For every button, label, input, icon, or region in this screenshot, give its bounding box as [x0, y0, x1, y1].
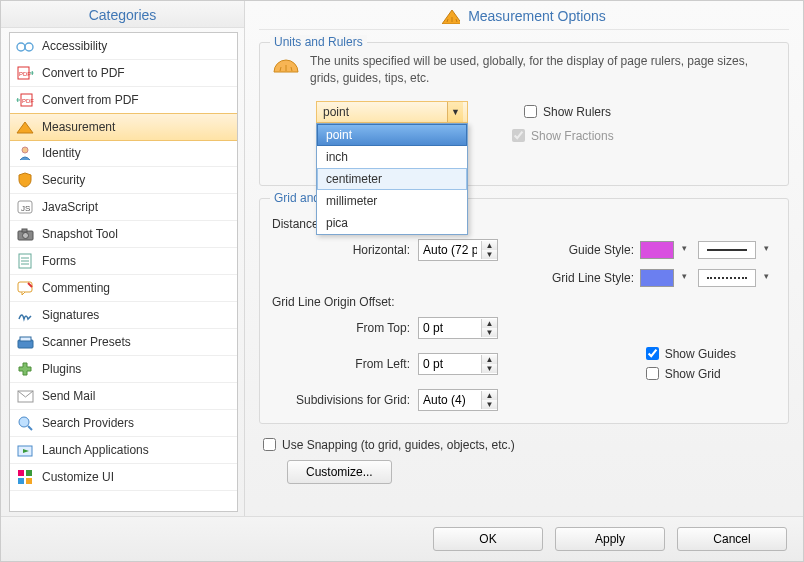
units-select[interactable]: point ▼: [316, 101, 468, 123]
svg-marker-7: [17, 122, 33, 133]
subdiv-label: Subdivisions for Grid:: [272, 393, 410, 407]
svg-rect-27: [26, 470, 32, 476]
launch-icon: [16, 441, 34, 459]
grid-line-style-picker[interactable]: [698, 269, 756, 287]
sidebar-item-label: Identity: [42, 146, 81, 160]
horizontal-spin[interactable]: ▲▼: [418, 239, 498, 261]
svg-point-12: [22, 233, 28, 239]
sidebar-item-send-mail[interactable]: Send Mail: [10, 383, 237, 410]
guide-style-label: Guide Style:: [569, 243, 634, 257]
ui-icon: [16, 468, 34, 486]
categories-title: Categories: [1, 1, 244, 28]
glasses-icon: [16, 37, 34, 55]
sidebar-item-forms[interactable]: Forms: [10, 248, 237, 275]
sidebar-item-launch-applications[interactable]: Launch Applications: [10, 437, 237, 464]
sidebar-item-identity[interactable]: Identity: [10, 140, 237, 167]
sidebar-item-commenting[interactable]: Commenting: [10, 275, 237, 302]
guide-line-style-picker[interactable]: [698, 241, 756, 259]
from-top-spin[interactable]: ▲▼: [418, 317, 498, 339]
sidebar-item-label: Security: [42, 173, 85, 187]
content-pane: Measurement Options Units and Rulers The…: [245, 1, 803, 516]
sidebar-item-security[interactable]: Security: [10, 167, 237, 194]
sidebar-item-search-providers[interactable]: Search Providers: [10, 410, 237, 437]
subdiv-input[interactable]: [419, 390, 481, 410]
spin-down-icon[interactable]: ▼: [482, 250, 497, 259]
pdf-in-icon: PDF: [16, 64, 34, 82]
sidebar-item-plugins[interactable]: Plugins: [10, 356, 237, 383]
cancel-button[interactable]: Cancel: [677, 527, 787, 551]
units-option-millimeter[interactable]: millimeter: [317, 190, 467, 212]
ruler-icon: [16, 118, 34, 136]
customize-button[interactable]: Customize...: [287, 460, 392, 484]
units-hint: The units specified will be used, global…: [310, 53, 776, 87]
sidebar-item-label: Measurement: [42, 120, 115, 134]
person-icon: [16, 144, 34, 162]
pdf-out-icon: PDF: [16, 91, 34, 109]
sidebar-item-label: Accessibility: [42, 39, 107, 53]
from-top-label: From Top:: [272, 321, 410, 335]
sidebar-item-label: Convert to PDF: [42, 66, 125, 80]
chevron-down-icon: ▼: [447, 102, 463, 122]
use-snapping-checkbox[interactable]: Use Snapping (to grid, guides, objects, …: [263, 438, 515, 452]
sidebar-item-javascript[interactable]: JSJavaScript: [10, 194, 237, 221]
svg-point-8: [22, 147, 28, 153]
apply-button[interactable]: Apply: [555, 527, 665, 551]
grid-line-style-label: Grid Line Style:: [552, 271, 634, 285]
camera-icon: [16, 225, 34, 243]
origin-label: Grid Line Origin Offset:: [272, 295, 395, 309]
sidebar-item-convert-to-pdf[interactable]: PDFConvert to PDF: [10, 60, 237, 87]
sidebar-item-label: Scanner Presets: [42, 335, 131, 349]
guide-color-picker[interactable]: [640, 241, 674, 259]
svg-rect-28: [18, 478, 24, 484]
units-option-centimeter[interactable]: centimeter: [317, 168, 467, 190]
svg-text:JS: JS: [21, 204, 30, 213]
svg-line-23: [28, 426, 32, 430]
sidebar-item-snapshot-tool[interactable]: Snapshot Tool: [10, 221, 237, 248]
show-grid-checkbox[interactable]: Show Grid: [646, 367, 736, 381]
from-left-label: From Left:: [272, 357, 410, 371]
units-select-value: point: [323, 105, 349, 119]
grid-color-picker[interactable]: [640, 269, 674, 287]
from-top-input[interactable]: [419, 318, 481, 338]
show-guides-checkbox[interactable]: Show Guides: [646, 347, 736, 361]
sidebar-item-label: Forms: [42, 254, 76, 268]
units-option-point[interactable]: point: [317, 124, 467, 146]
js-icon: JS: [16, 198, 34, 216]
sidebar-item-customize-ui[interactable]: Customize UI: [10, 464, 237, 491]
forms-icon: [16, 252, 34, 270]
svg-point-22: [19, 417, 29, 427]
horizontal-input[interactable]: [419, 240, 481, 260]
dialog-footer: OK Apply Cancel: [1, 516, 803, 561]
units-option-pica[interactable]: pica: [317, 212, 467, 234]
scanner-icon: [16, 333, 34, 351]
svg-rect-29: [26, 478, 32, 484]
svg-rect-26: [18, 470, 24, 476]
protractor-icon: [272, 53, 300, 75]
sidebar-item-label: Commenting: [42, 281, 110, 295]
units-option-inch[interactable]: inch: [317, 146, 467, 168]
spin-up-icon[interactable]: ▲: [482, 241, 497, 250]
categories-list[interactable]: AccessibilityPDFConvert to PDFPDFConvert…: [9, 32, 238, 512]
sidebar-item-label: Snapshot Tool: [42, 227, 118, 241]
sidebar-item-convert-from-pdf[interactable]: PDFConvert from PDF: [10, 87, 237, 114]
horizontal-label: Horizontal:: [272, 243, 410, 257]
from-left-input[interactable]: [419, 354, 481, 374]
show-rulers-checkbox[interactable]: Show Rulers: [524, 105, 611, 119]
sidebar-item-label: Launch Applications: [42, 443, 149, 457]
sidebar-item-label: Send Mail: [42, 389, 95, 403]
ruler-icon: [442, 7, 460, 25]
ok-button[interactable]: OK: [433, 527, 543, 551]
from-left-spin[interactable]: ▲▼: [418, 353, 498, 375]
sidebar-item-signatures[interactable]: Signatures: [10, 302, 237, 329]
sidebar-item-measurement[interactable]: Measurement: [9, 113, 238, 141]
sidebar-item-label: Convert from PDF: [42, 93, 139, 107]
units-dropdown-popup[interactable]: pointinchcentimetermillimeterpica: [316, 123, 468, 235]
shield-icon: [16, 171, 34, 189]
sidebar-item-scanner-presets[interactable]: Scanner Presets: [10, 329, 237, 356]
categories-sidebar: Categories AccessibilityPDFConvert to PD…: [1, 1, 245, 516]
svg-point-0: [17, 43, 25, 51]
svg-text:PDF: PDF: [19, 71, 31, 77]
subdiv-spin[interactable]: ▲▼: [418, 389, 498, 411]
units-legend: Units and Rulers: [270, 35, 367, 49]
sidebar-item-accessibility[interactable]: Accessibility: [10, 33, 237, 60]
